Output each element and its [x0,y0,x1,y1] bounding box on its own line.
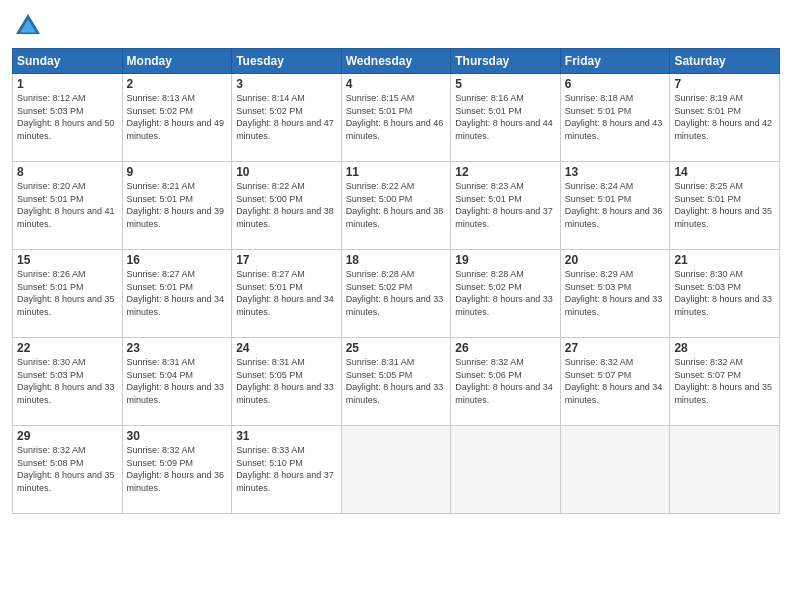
day-number: 31 [236,429,337,443]
day-info: Sunrise: 8:27 AMSunset: 5:01 PMDaylight:… [127,268,228,318]
day-info: Sunrise: 8:15 AMSunset: 5:01 PMDaylight:… [346,92,447,142]
day-number: 7 [674,77,775,91]
day-info: Sunrise: 8:22 AMSunset: 5:00 PMDaylight:… [236,180,337,230]
day-number: 17 [236,253,337,267]
day-info: Sunrise: 8:32 AMSunset: 5:07 PMDaylight:… [674,356,775,406]
day-number: 27 [565,341,666,355]
table-row: 23Sunrise: 8:31 AMSunset: 5:04 PMDayligh… [122,338,232,426]
day-number: 30 [127,429,228,443]
day-info: Sunrise: 8:25 AMSunset: 5:01 PMDaylight:… [674,180,775,230]
table-row: 5Sunrise: 8:16 AMSunset: 5:01 PMDaylight… [451,74,561,162]
day-number: 16 [127,253,228,267]
table-row: 11Sunrise: 8:22 AMSunset: 5:00 PMDayligh… [341,162,451,250]
table-row: 10Sunrise: 8:22 AMSunset: 5:00 PMDayligh… [232,162,342,250]
table-row: 20Sunrise: 8:29 AMSunset: 5:03 PMDayligh… [560,250,670,338]
calendar-row: 22Sunrise: 8:30 AMSunset: 5:03 PMDayligh… [13,338,780,426]
day-number: 11 [346,165,447,179]
day-number: 23 [127,341,228,355]
header-monday: Monday [122,49,232,74]
table-row: 4Sunrise: 8:15 AMSunset: 5:01 PMDaylight… [341,74,451,162]
table-row: 25Sunrise: 8:31 AMSunset: 5:05 PMDayligh… [341,338,451,426]
day-info: Sunrise: 8:12 AMSunset: 5:03 PMDaylight:… [17,92,118,142]
day-number: 22 [17,341,118,355]
header-sunday: Sunday [13,49,123,74]
table-row: 3Sunrise: 8:14 AMSunset: 5:02 PMDaylight… [232,74,342,162]
page-header [12,10,780,42]
day-number: 24 [236,341,337,355]
day-number: 29 [17,429,118,443]
day-info: Sunrise: 8:32 AMSunset: 5:09 PMDaylight:… [127,444,228,494]
day-number: 2 [127,77,228,91]
day-info: Sunrise: 8:13 AMSunset: 5:02 PMDaylight:… [127,92,228,142]
table-row: 2Sunrise: 8:13 AMSunset: 5:02 PMDaylight… [122,74,232,162]
day-number: 14 [674,165,775,179]
day-info: Sunrise: 8:27 AMSunset: 5:01 PMDaylight:… [236,268,337,318]
day-info: Sunrise: 8:28 AMSunset: 5:02 PMDaylight:… [346,268,447,318]
table-row [451,426,561,514]
table-row: 17Sunrise: 8:27 AMSunset: 5:01 PMDayligh… [232,250,342,338]
day-number: 19 [455,253,556,267]
header-thursday: Thursday [451,49,561,74]
day-info: Sunrise: 8:23 AMSunset: 5:01 PMDaylight:… [455,180,556,230]
day-number: 18 [346,253,447,267]
day-info: Sunrise: 8:16 AMSunset: 5:01 PMDaylight:… [455,92,556,142]
table-row: 24Sunrise: 8:31 AMSunset: 5:05 PMDayligh… [232,338,342,426]
header-tuesday: Tuesday [232,49,342,74]
day-number: 9 [127,165,228,179]
table-row: 19Sunrise: 8:28 AMSunset: 5:02 PMDayligh… [451,250,561,338]
table-row: 27Sunrise: 8:32 AMSunset: 5:07 PMDayligh… [560,338,670,426]
calendar-row: 8Sunrise: 8:20 AMSunset: 5:01 PMDaylight… [13,162,780,250]
table-row: 13Sunrise: 8:24 AMSunset: 5:01 PMDayligh… [560,162,670,250]
day-number: 12 [455,165,556,179]
day-number: 25 [346,341,447,355]
table-row [670,426,780,514]
table-row: 29Sunrise: 8:32 AMSunset: 5:08 PMDayligh… [13,426,123,514]
table-row: 7Sunrise: 8:19 AMSunset: 5:01 PMDaylight… [670,74,780,162]
day-info: Sunrise: 8:32 AMSunset: 5:07 PMDaylight:… [565,356,666,406]
table-row: 9Sunrise: 8:21 AMSunset: 5:01 PMDaylight… [122,162,232,250]
day-info: Sunrise: 8:26 AMSunset: 5:01 PMDaylight:… [17,268,118,318]
day-info: Sunrise: 8:29 AMSunset: 5:03 PMDaylight:… [565,268,666,318]
table-row [560,426,670,514]
day-number: 8 [17,165,118,179]
table-row: 6Sunrise: 8:18 AMSunset: 5:01 PMDaylight… [560,74,670,162]
calendar-table: Sunday Monday Tuesday Wednesday Thursday… [12,48,780,514]
day-info: Sunrise: 8:31 AMSunset: 5:05 PMDaylight:… [236,356,337,406]
header-friday: Friday [560,49,670,74]
table-row: 15Sunrise: 8:26 AMSunset: 5:01 PMDayligh… [13,250,123,338]
day-info: Sunrise: 8:20 AMSunset: 5:01 PMDaylight:… [17,180,118,230]
day-number: 4 [346,77,447,91]
day-info: Sunrise: 8:33 AMSunset: 5:10 PMDaylight:… [236,444,337,494]
calendar-row: 29Sunrise: 8:32 AMSunset: 5:08 PMDayligh… [13,426,780,514]
day-number: 5 [455,77,556,91]
table-row: 16Sunrise: 8:27 AMSunset: 5:01 PMDayligh… [122,250,232,338]
day-info: Sunrise: 8:30 AMSunset: 5:03 PMDaylight:… [674,268,775,318]
calendar-row: 15Sunrise: 8:26 AMSunset: 5:01 PMDayligh… [13,250,780,338]
day-number: 28 [674,341,775,355]
table-row: 28Sunrise: 8:32 AMSunset: 5:07 PMDayligh… [670,338,780,426]
weekday-header-row: Sunday Monday Tuesday Wednesday Thursday… [13,49,780,74]
table-row: 8Sunrise: 8:20 AMSunset: 5:01 PMDaylight… [13,162,123,250]
day-info: Sunrise: 8:18 AMSunset: 5:01 PMDaylight:… [565,92,666,142]
day-info: Sunrise: 8:21 AMSunset: 5:01 PMDaylight:… [127,180,228,230]
day-number: 20 [565,253,666,267]
day-info: Sunrise: 8:14 AMSunset: 5:02 PMDaylight:… [236,92,337,142]
day-number: 21 [674,253,775,267]
day-info: Sunrise: 8:19 AMSunset: 5:01 PMDaylight:… [674,92,775,142]
table-row: 30Sunrise: 8:32 AMSunset: 5:09 PMDayligh… [122,426,232,514]
table-row: 31Sunrise: 8:33 AMSunset: 5:10 PMDayligh… [232,426,342,514]
day-number: 15 [17,253,118,267]
table-row [341,426,451,514]
day-info: Sunrise: 8:24 AMSunset: 5:01 PMDaylight:… [565,180,666,230]
day-number: 3 [236,77,337,91]
table-row: 18Sunrise: 8:28 AMSunset: 5:02 PMDayligh… [341,250,451,338]
day-info: Sunrise: 8:30 AMSunset: 5:03 PMDaylight:… [17,356,118,406]
day-number: 1 [17,77,118,91]
day-info: Sunrise: 8:31 AMSunset: 5:05 PMDaylight:… [346,356,447,406]
table-row: 1Sunrise: 8:12 AMSunset: 5:03 PMDaylight… [13,74,123,162]
day-info: Sunrise: 8:31 AMSunset: 5:04 PMDaylight:… [127,356,228,406]
table-row: 14Sunrise: 8:25 AMSunset: 5:01 PMDayligh… [670,162,780,250]
day-number: 6 [565,77,666,91]
day-number: 13 [565,165,666,179]
table-row: 21Sunrise: 8:30 AMSunset: 5:03 PMDayligh… [670,250,780,338]
